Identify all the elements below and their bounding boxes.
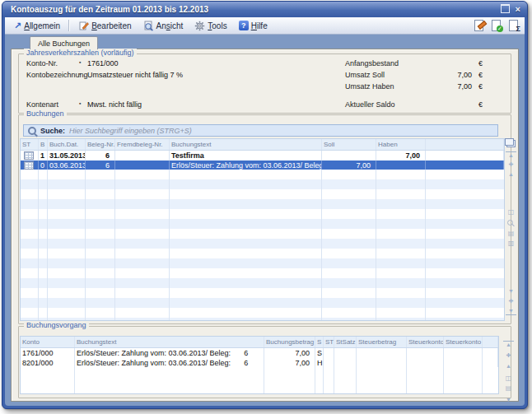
search-placeholder: Hier Suchbegriff eingeben (STRG+S) (69, 127, 192, 135)
column-options-icon[interactable] (506, 140, 516, 147)
buchungsvorgang-table: Konto Buchungstext Buchungsbetrag S ST S… (20, 336, 499, 394)
col-buchdat[interactable]: Buch.Dat. (48, 139, 86, 150)
menu-bearbeiten[interactable]: Bearbeiten (72, 17, 137, 34)
record-icon (21, 151, 39, 160)
menu-tools[interactable]: Tools (189, 17, 232, 34)
col-haben[interactable]: Haben (376, 139, 426, 150)
field-value: Umsatzsteuer nicht fällig 7 % (87, 71, 183, 79)
window-title: Kontoauszug für den Zeitraum 01.2013 bis… (11, 5, 208, 14)
scroll-down-icon[interactable]: ▼ (503, 397, 514, 403)
group-buchungsvorgang: Buchungsvorgang Konto Buchungstext Buchu… (18, 326, 511, 398)
group-title: Buchungsvorgang (24, 321, 89, 329)
main-panel: Jahresverkehrszahlen (vorläufig) Konto-N… (11, 49, 519, 402)
scroll-up-fast-icon[interactable]: ✚ (506, 161, 516, 168)
menu-hilfe[interactable]: ? Hilfe (233, 17, 273, 34)
field-label: Umsatz Haben (345, 82, 394, 91)
col-belegnr[interactable]: Beleg-Nr. (86, 139, 115, 150)
col-buchungstext[interactable]: Buchungstext (75, 337, 264, 347)
col-soll[interactable]: Soll (322, 139, 376, 150)
col-b[interactable]: B (39, 139, 48, 150)
document-check-icon[interactable]: ✓ (490, 19, 502, 32)
close-icon[interactable]: × (516, 5, 520, 13)
scroll-last-icon[interactable]: ▼ (506, 308, 516, 315)
field-label: Konto-Nr. (26, 59, 58, 67)
group-jahresverkehrszahlen: Jahresverkehrszahlen (vorläufig) Konto-N… (18, 53, 511, 114)
col-stsatz[interactable]: StSatz (334, 337, 357, 347)
col-fremdbelegnr[interactable]: Fremdbeleg-Nr. (115, 139, 170, 150)
gear-icon (194, 21, 205, 31)
titlebar[interactable]: Kontoauszug für den Zeitraum 01.2013 bis… (2, 2, 527, 17)
buchungen-table: ST B Buch.Dat. Beleg-Nr. Fremdbeleg-Nr. … (20, 138, 505, 321)
currency-symbol: € (478, 71, 483, 79)
table-side-toolbar: ▲ ✚ ▲ ◫ ▤ ▼ (503, 336, 514, 396)
field-label: Umsatz Soll (345, 71, 385, 79)
scroll-up-icon[interactable]: ▲ (506, 171, 516, 178)
empty-rows (21, 367, 498, 393)
col-buchungstext[interactable]: Buchungstext (170, 139, 322, 150)
col-s[interactable]: S (315, 337, 324, 347)
currency-symbol: € (478, 82, 483, 91)
currency-symbol: € (478, 100, 483, 109)
menu-ansicht[interactable]: Ansicht (138, 17, 189, 34)
currency-symbol: € (478, 59, 483, 67)
col-konto[interactable]: Konto (21, 337, 75, 347)
col-st[interactable]: ST (324, 337, 334, 347)
empty-rows (21, 170, 504, 320)
table-header[interactable]: Konto Buchungstext Buchungsbetrag S ST S… (21, 337, 498, 348)
field-value: 7,00 (394, 71, 472, 79)
field-label: Anfangsbestand (345, 59, 399, 67)
split-view-icon[interactable]: ◫ (506, 209, 516, 216)
detail-view-icon[interactable]: ▤ (503, 385, 514, 392)
menu-bearbeiten-label: Bearbeiten (91, 21, 131, 30)
bullet-icon: ▪ (79, 100, 81, 106)
help-icon: ? (239, 21, 249, 30)
edit-icon (78, 21, 89, 31)
split-view-icon[interactable]: ◫ (503, 375, 514, 382)
scroll-up-icon[interactable]: ▲ (503, 363, 514, 370)
detail-view-icon[interactable]: ▤ (506, 230, 516, 237)
menu-allgemein-label: Allgemein (24, 21, 60, 30)
bullet-icon: ▪ (79, 59, 81, 65)
content-area: Alle Buchungen Jahresverkehrszahlen (vor… (5, 35, 525, 406)
zoom-icon[interactable] (507, 220, 513, 226)
group-buchungen: Buchungen Suche: Hier Suchbegriff eingeb… (18, 114, 511, 324)
restore-icon[interactable] (501, 4, 510, 13)
col-steuerbetrag[interactable]: Steuerbetrag (357, 337, 407, 347)
search-label: Suche: (40, 127, 65, 135)
document-edit-icon[interactable] (473, 19, 485, 32)
menu-hilfe-label: Hilfe (251, 21, 268, 30)
scroll-down-icon[interactable]: ▼ (506, 288, 516, 295)
table-header[interactable]: ST B Buch.Dat. Beleg-Nr. Fremdbeleg-Nr. … (21, 139, 504, 151)
col-blank[interactable] (483, 337, 498, 347)
document-sum-icon[interactable]: Σ (507, 19, 520, 32)
table-side-toolbar: ▲ ✚ ▲ ◫ ▤ ▥ ▼ ✚ ▼ (506, 137, 516, 322)
scroll-first-icon[interactable]: ▲ (506, 151, 516, 159)
field-label: Aktueller Saldo (345, 100, 395, 109)
summary-view-icon[interactable]: ▥ (506, 240, 516, 247)
search-input[interactable]: Suche: Hier Suchbegriff eingeben (STRG+S… (23, 124, 498, 137)
menubar: ↗ Allgemein Bearbeiten Ansicht (5, 17, 525, 35)
search-icon (28, 127, 36, 135)
tab-label: Alle Buchungen (38, 40, 90, 48)
scroll-down-fast-icon[interactable]: ✚ (506, 298, 516, 305)
col-buchungsbetrag[interactable]: Buchungsbetrag (264, 337, 315, 347)
table-row[interactable]: 1761/000 Erlös/Steuer: Zahlung vom: 03.0… (21, 348, 498, 358)
col-blank[interactable] (426, 139, 504, 150)
col-steuerkonto2[interactable]: Steuerkonto 2 (444, 337, 483, 347)
col-steuerkonto1[interactable]: Steuerkonto 1 (407, 337, 444, 347)
table-row[interactable]: 1 31.05.2013 6 Testfirma 7,00 (21, 151, 504, 160)
view-icon (143, 21, 154, 31)
menu-tools-label: Tools (208, 21, 226, 30)
tab-alle-buchungen[interactable]: Alle Buchungen (30, 36, 98, 49)
menu-allgemein[interactable]: ↗ Allgemein (8, 17, 66, 34)
field-label: Kontenart (26, 100, 58, 109)
field-value: Mwst. nicht fällig (87, 100, 142, 109)
group-title: Jahresverkehrszahlen (vorläufig) (24, 49, 137, 57)
field-value: 1761/000 (87, 59, 119, 67)
scroll-up-fast-icon[interactable]: ✚ (503, 352, 514, 359)
menu-separator (68, 20, 70, 31)
col-st[interactable]: ST (21, 139, 39, 150)
menu-ansicht-label: Ansicht (156, 21, 184, 30)
scroll-first-icon[interactable]: ▲ (503, 341, 514, 348)
field-value: 7,00 (394, 82, 472, 91)
